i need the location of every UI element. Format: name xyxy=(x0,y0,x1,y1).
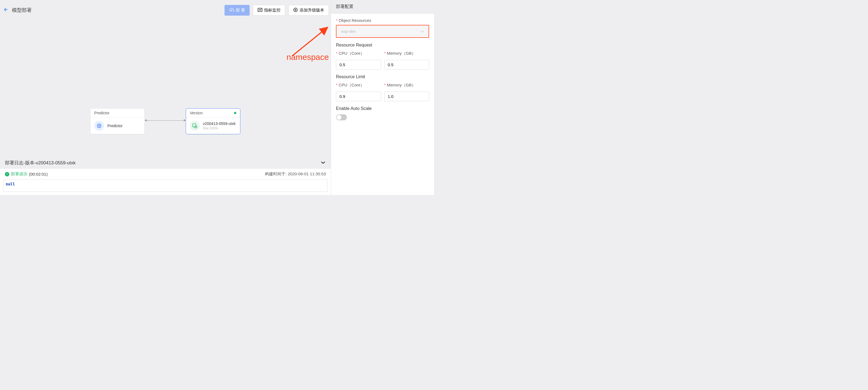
request-cpu-label: CPU（Core） xyxy=(336,51,381,56)
chart-icon xyxy=(257,8,262,13)
version-node-title: v200413-0559-utxk xyxy=(203,121,236,126)
svg-rect-4 xyxy=(193,124,196,127)
add-version-button-label: 添加升级版本 xyxy=(300,8,324,13)
cloud-upload-icon xyxy=(229,8,234,13)
check-circle-icon: ✓ xyxy=(5,172,9,176)
panel-title: 部署配置 xyxy=(331,0,434,14)
back-arrow-icon[interactable] xyxy=(3,7,9,13)
object-resources-value: eap-dev xyxy=(341,29,356,34)
predictor-icon xyxy=(94,121,104,131)
limit-cpu-label: CPU（Core） xyxy=(336,83,381,88)
deploy-duration: (00:02:01) xyxy=(29,172,48,176)
request-cpu-input[interactable] xyxy=(336,60,381,69)
chevron-down-icon xyxy=(421,29,424,34)
build-time-prefix: 构建时间于: xyxy=(265,171,288,176)
node-connector xyxy=(145,120,186,121)
deploy-button[interactable]: 部 署 xyxy=(224,5,250,16)
resource-limit-title: Resource Limit xyxy=(336,74,429,79)
request-memory-input[interactable] xyxy=(384,60,429,69)
version-node[interactable]: Version v200413-0559-utxk flow 100% xyxy=(186,108,240,134)
limit-memory-input[interactable] xyxy=(384,92,429,101)
chevron-down-icon[interactable] xyxy=(320,160,326,166)
predictor-node-header: Predictor xyxy=(90,109,145,118)
predictor-node-title: Predictor xyxy=(107,123,123,128)
version-node-subtitle: flow 100% xyxy=(203,127,236,130)
log-output: null xyxy=(3,179,328,192)
add-version-button[interactable]: 添加升级版本 xyxy=(288,5,329,16)
object-resources-select[interactable]: eap-dev xyxy=(338,27,428,36)
deploy-status-text: 部署成功 xyxy=(11,171,27,177)
request-memory-label: Memory（GB） xyxy=(384,51,429,56)
metrics-button-label: 指标监控 xyxy=(264,8,280,13)
auto-scale-label: Enable Auto Scale xyxy=(336,106,429,111)
version-node-header: Version xyxy=(190,111,203,115)
resource-request-title: Resource Request xyxy=(336,43,429,48)
plus-circle-icon xyxy=(293,7,298,13)
log-header-title: 部署日志-版本-v200413-0559-utxk xyxy=(5,160,76,166)
auto-scale-toggle[interactable] xyxy=(336,114,347,120)
annotation-namespace-label: namespace xyxy=(286,53,329,62)
svg-rect-2 xyxy=(97,124,101,128)
deploy-button-label: 部 署 xyxy=(236,8,245,13)
version-icon xyxy=(190,121,200,131)
svg-point-3 xyxy=(99,125,100,127)
page-title: 模型部署 xyxy=(12,7,32,13)
status-dot-icon xyxy=(234,112,236,114)
predictor-node[interactable]: Predictor Predictor xyxy=(90,108,145,134)
limit-cpu-input[interactable] xyxy=(336,92,381,101)
metrics-button[interactable]: 指标监控 xyxy=(253,5,285,16)
build-time-value: 2020-06-01 11:35:53 xyxy=(288,171,326,176)
limit-memory-label: Memory（GB） xyxy=(384,83,429,88)
canvas-area[interactable]: Predictor Predictor Version v200413-0559… xyxy=(0,17,331,160)
object-resources-label: Object Resources xyxy=(336,18,429,23)
